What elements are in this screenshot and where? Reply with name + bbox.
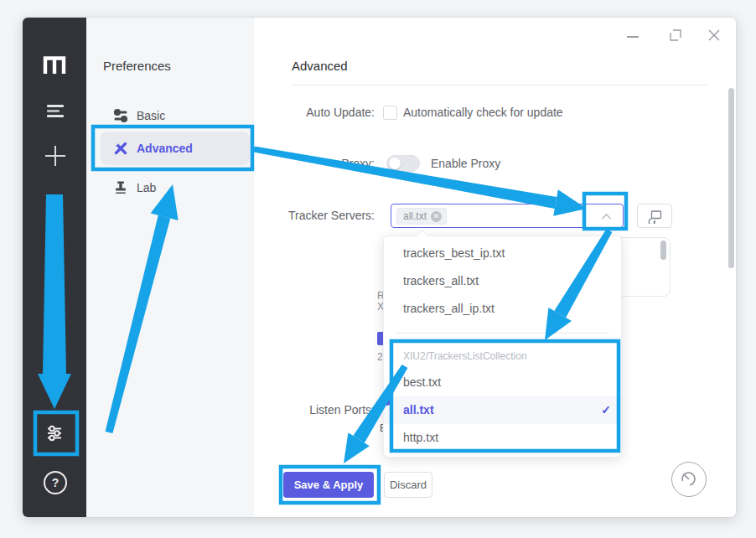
sidebar-item-label: Basic <box>137 109 165 122</box>
help-icon[interactable]: ? <box>44 471 67 494</box>
title-divider <box>292 85 707 85</box>
auto-update-checkbox-label[interactable]: Automatically check for update <box>403 106 563 119</box>
sidebar-item-label: Lab <box>137 181 156 194</box>
dropdown-group-label: XIU2/TrackersListCollection <box>384 344 621 369</box>
sync-icon <box>648 210 662 224</box>
dropdown-option[interactable]: trackers_all_ip.txt <box>384 295 621 323</box>
restore-icon[interactable] <box>670 29 681 41</box>
app-window: ? Preferences Basic Advanced <box>23 18 736 517</box>
wrench-screwdriver-icon <box>113 141 128 156</box>
preferences-panel: Preferences Basic Advanced <box>86 18 254 517</box>
proxy-toggle-label: Enable Proxy <box>431 157 500 170</box>
speed-limit-button[interactable] <box>671 462 707 497</box>
tracker-dropdown: trackers_best_ip.txt trackers_all.txt tr… <box>383 235 622 458</box>
sidebar-item-lab[interactable]: Lab <box>101 171 250 204</box>
main-scrollbar[interactable] <box>728 88 734 268</box>
dropdown-option[interactable]: http.txt <box>384 424 621 452</box>
tracker-servers-label: Tracker Servers: <box>257 209 375 222</box>
proxy-toggle[interactable] <box>386 155 420 172</box>
speedometer-icon <box>678 468 699 489</box>
sidebar-item-label: Advanced <box>137 142 193 155</box>
sidebar-item-basic[interactable]: Basic <box>101 99 250 132</box>
dropdown-option[interactable]: trackers_all.txt <box>384 267 621 295</box>
save-apply-button[interactable]: Save & Apply <box>283 472 374 498</box>
minimize-icon[interactable] <box>627 36 639 38</box>
dropdown-option[interactable]: trackers_best_ip.txt <box>384 240 621 267</box>
occluded-purple-dot <box>381 395 392 406</box>
preferences-sliders-icon[interactable] <box>45 424 64 442</box>
dropdown-option-selected[interactable]: all.txt ✓ <box>384 396 621 424</box>
proxy-label: Proxy: <box>257 157 375 170</box>
sidebar: ? <box>23 18 86 517</box>
discard-button[interactable]: Discard <box>384 472 432 498</box>
dropdown-group-divider <box>396 333 609 334</box>
tracker-servers-select[interactable]: all.txt ✕ <box>391 204 624 228</box>
toggles-icon <box>113 108 128 123</box>
page-title: Advanced <box>292 59 348 73</box>
close-icon[interactable] <box>707 28 721 42</box>
toggle-knob <box>389 158 401 169</box>
motrix-logo-icon <box>43 56 66 74</box>
listen-ports-label: Listen Ports: <box>257 403 375 416</box>
dropdown-option[interactable]: best.txt <box>384 369 621 396</box>
sync-trackers-button[interactable] <box>637 204 672 228</box>
checkmark-icon: ✓ <box>601 396 611 424</box>
stamp-icon <box>113 180 128 195</box>
auto-update-checkbox[interactable] <box>383 106 397 120</box>
tag-remove-icon[interactable]: ✕ <box>431 211 442 222</box>
sidebar-item-advanced[interactable]: Advanced <box>101 132 250 165</box>
preferences-title: Preferences <box>103 59 171 73</box>
textarea-scrollbar[interactable] <box>660 241 666 260</box>
auto-update-label: Auto Update: <box>257 106 375 119</box>
selected-tracker-tag: all.txt ✕ <box>396 208 447 225</box>
chevron-up-icon[interactable] <box>601 213 612 220</box>
tag-label: all.txt <box>403 210 427 222</box>
